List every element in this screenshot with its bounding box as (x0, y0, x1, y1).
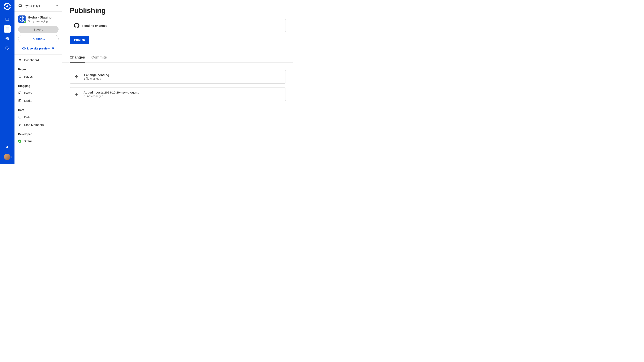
chevron-down-icon (55, 4, 58, 7)
change-subtitle: 6 lines changed (84, 94, 140, 98)
arrow-up-icon (74, 74, 80, 80)
site-switcher[interactable]: hydra-jekyll (14, 0, 62, 12)
nav-status[interactable]: Status (14, 137, 62, 145)
publish-primary-button[interactable]: Publish (70, 36, 89, 44)
tab-changes[interactable]: Changes (70, 55, 85, 62)
svg-rect-5 (6, 27, 6, 28)
calendar-icon (18, 99, 22, 102)
svg-rect-10 (8, 28, 8, 29)
pending-label: Pending changes (82, 24, 107, 27)
laptop-icon (18, 4, 22, 8)
status-badge-icon (24, 21, 26, 24)
nav-drafts[interactable]: Drafts (14, 97, 62, 104)
svg-rect-4 (6, 18, 9, 20)
sidebar: hydra-jekyll Hydra - Staging hydra-stagi… (14, 0, 62, 164)
changes-list: 1 change pending 1 file changed Added _p… (70, 70, 286, 101)
svg-point-19 (30, 20, 30, 20)
nav-staff-members[interactable]: Staff Members (14, 121, 62, 128)
project-branch: hydra-staging (28, 20, 52, 23)
save-button: Save... (18, 26, 58, 33)
project-title: Hydra - Staging (28, 16, 52, 19)
nav-heading-blogging: Blogging (14, 80, 62, 89)
main-content: Publishing Pending changes Publish Chang… (62, 0, 293, 164)
svg-rect-3 (10, 6, 11, 7)
svg-rect-11 (6, 29, 6, 30)
action-buttons: Save... Publish... Live site preview (14, 26, 62, 54)
user-avatar[interactable]: ▸ (4, 154, 10, 160)
svg-rect-12 (7, 29, 8, 30)
sidebar-nav: Dashboard Pages Pages Blogging Posts Dra… (14, 54, 62, 164)
change-file-card[interactable]: Added _posts/2023-10-20-new-blog.md 6 li… (70, 87, 286, 101)
rail-globe-icon[interactable] (4, 35, 11, 42)
github-icon (74, 23, 80, 28)
rail-settings-icon[interactable] (4, 45, 11, 52)
dashboard-icon (18, 58, 22, 62)
branch-icon (28, 20, 30, 22)
svg-rect-2 (4, 6, 5, 7)
page-title: Publishing (70, 6, 286, 15)
svg-point-18 (28, 20, 28, 20)
svg-rect-25 (20, 60, 21, 61)
chevron-right-icon: ▸ (12, 156, 12, 158)
rail-apps-icon[interactable] (4, 25, 11, 32)
plus-icon (74, 91, 80, 97)
svg-rect-28 (19, 93, 20, 94)
app-rail: ▸ (0, 0, 14, 164)
svg-rect-23 (19, 60, 20, 61)
change-subtitle: 1 file changed (84, 77, 109, 80)
external-link-icon (51, 47, 54, 50)
nav-heading-pages: Pages (14, 64, 62, 73)
svg-point-31 (19, 116, 21, 118)
live-preview-link[interactable]: Live site preview (18, 44, 58, 51)
nav-dashboard[interactable]: Dashboard (14, 56, 62, 64)
site-name: hydra-jekyll (24, 4, 53, 7)
svg-point-20 (29, 21, 30, 22)
publish-button[interactable]: Publish... (18, 35, 58, 42)
change-title: 1 change pending (84, 73, 109, 77)
tabs: Changes Commits (62, 55, 293, 62)
svg-point-21 (24, 48, 24, 49)
notifications-icon[interactable] (4, 144, 11, 151)
svg-rect-6 (7, 27, 8, 28)
change-title: Added _posts/2023-10-20-new-blog.md (84, 91, 140, 94)
nav-data[interactable]: Data (14, 113, 62, 121)
svg-rect-9 (7, 28, 8, 29)
svg-rect-17 (19, 5, 21, 6)
rail-sites-icon[interactable] (4, 16, 11, 23)
nav-pages[interactable]: Pages (14, 73, 62, 80)
calendar-icon (18, 91, 22, 95)
change-summary-card[interactable]: 1 change pending 1 file changed (70, 70, 286, 84)
svg-rect-8 (6, 28, 6, 29)
svg-rect-13 (8, 29, 8, 30)
svg-rect-24 (20, 59, 20, 61)
tab-commits[interactable]: Commits (91, 55, 107, 62)
project-header[interactable]: Hydra - Staging hydra-staging (14, 12, 62, 26)
nav-heading-data: Data (14, 104, 62, 113)
nav-heading-developer: Developer (14, 128, 62, 137)
svg-rect-7 (8, 27, 8, 28)
nav-posts[interactable]: Posts (14, 89, 62, 97)
list-icon (18, 123, 22, 126)
data-icon (18, 115, 22, 119)
app-logo-icon (4, 3, 11, 10)
svg-rect-26 (19, 75, 21, 78)
svg-rect-30 (19, 100, 20, 101)
svg-point-1 (6, 5, 8, 7)
status-ok-icon (18, 140, 21, 143)
pending-changes-card: Pending changes (70, 19, 286, 32)
eye-icon (22, 47, 26, 50)
page-icon (18, 75, 22, 78)
